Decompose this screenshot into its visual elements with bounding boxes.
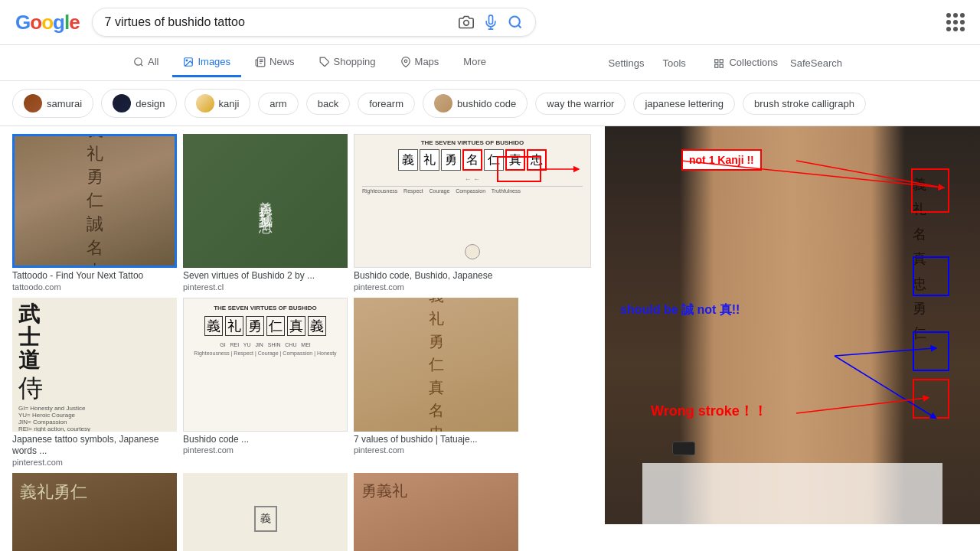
grid-cell-3-url: pinterest.com — [354, 282, 591, 292]
tools-link[interactable]: Tools — [653, 51, 694, 75]
chip-way-warrior[interactable]: way the warrior — [535, 93, 626, 115]
nav-right-controls: Settings Tools — [599, 51, 695, 75]
grid-cell-1-url: tattoodo.com — [12, 282, 177, 292]
search-input[interactable] — [105, 15, 451, 29]
annotation-wrong-stroke: Wrong stroke！！ — [651, 402, 767, 420]
chip-bushido-thumb — [434, 94, 452, 112]
header: Google — [0, 0, 980, 45]
chip-japanese-lettering-label: japanese lettering — [645, 98, 724, 109]
tab-all[interactable]: All — [122, 48, 169, 77]
svg-rect-7 — [715, 60, 718, 63]
grid-cell-6-url: pinterest.com — [354, 445, 518, 455]
svg-rect-10 — [720, 64, 723, 67]
collections-icon — [714, 58, 724, 69]
kanji-jin: 仁 — [484, 149, 504, 171]
kanji-yu: 勇 — [441, 149, 461, 171]
shopping-nav-icon — [319, 57, 330, 67]
grid-thumb-6: 義礼勇仁真名忠 — [354, 298, 518, 432]
search-bar — [92, 8, 536, 37]
grid-cell-4[interactable]: 武 士 道 侍 GI= Honesty and Justice YU= Hero… — [12, 298, 177, 467]
featured-image[interactable]: 義礼名真忠勇仁 not 1 Kanji !! should be 誠 not 真… — [605, 126, 980, 524]
chip-japanese-lettering[interactable]: japanese lettering — [633, 93, 735, 115]
thumb-4-kanji-1: 武 — [18, 304, 40, 325]
chip-kanji[interactable]: kanji — [185, 89, 251, 118]
svg-point-6 — [404, 60, 407, 63]
chip-brush-stroke[interactable]: brush stroke calligraph — [743, 93, 866, 115]
grid-cell-1[interactable]: 義礼勇仁誠名忠 Tattoodo - Find Your Next Tattoo… — [12, 134, 177, 292]
grid-row-3: 義礼勇仁 義 勇義礼 — [12, 473, 593, 551]
pants-area — [642, 463, 942, 524]
thumb-6-kanji: 義礼勇仁真名忠 — [429, 298, 444, 432]
tab-news[interactable]: News — [244, 48, 305, 77]
grid-cell-5[interactable]: THE SEVEN VIRTUES OF BUSHIDO 義 礼 勇 仁 真 義… — [183, 298, 348, 467]
search-icon-area — [459, 15, 523, 30]
search-submit-icon[interactable] — [508, 15, 523, 30]
grid-row-1: 義礼勇仁誠名忠 Tattoodo - Find Your Next Tattoo… — [12, 134, 593, 292]
nav-tabs: All Images News Shopping Maps More Setti… — [0, 45, 980, 81]
grid-cell-7[interactable]: 義礼勇仁 — [12, 473, 177, 551]
tab-images[interactable]: Images — [172, 48, 241, 77]
thumb-5-title: THE SEVEN VIRTUES OF BUSHIDO — [214, 305, 317, 311]
chip-design[interactable]: design — [101, 89, 176, 118]
image-grid: 義礼勇仁誠名忠 Tattoodo - Find Your Next Tattoo… — [0, 126, 605, 551]
chip-arm-label: arm — [270, 98, 286, 109]
grid-thumb-9: 勇義礼 — [354, 473, 518, 551]
kanji-na-highlighted: 名 — [462, 149, 482, 171]
blue-box-na — [913, 256, 949, 296]
thumb-4-kanji-2: 士 — [18, 327, 40, 348]
grid-cell-1-title: Tattoodo - Find Your Next Tattoo — [12, 270, 177, 282]
tab-images-label: Images — [198, 56, 230, 67]
mic-icon[interactable] — [483, 15, 498, 30]
chip-samurai[interactable]: samurai — [12, 89, 93, 118]
grid-cell-9[interactable]: 勇義礼 — [354, 473, 518, 551]
apps-grid-icon[interactable] — [946, 13, 965, 31]
blue-box-shin — [913, 331, 949, 371]
red-box-top-right — [911, 168, 949, 213]
settings-link[interactable]: Settings — [599, 51, 654, 75]
kanji-chu-highlighted: 忠 — [527, 149, 547, 171]
kanji-rei: 礼 — [420, 149, 439, 171]
search-nav-icon — [133, 57, 144, 67]
tab-more[interactable]: More — [452, 48, 497, 77]
chip-arm[interactable]: arm — [258, 93, 298, 115]
chip-back[interactable]: back — [306, 93, 350, 115]
grid-cell-5-url: pinterest.com — [183, 445, 348, 455]
thumb-4-kanji-3: 道 — [18, 350, 40, 371]
grid-cell-8[interactable]: 義 — [183, 473, 348, 551]
header-right — [946, 13, 965, 31]
chip-bushido-label: bushido code — [457, 98, 516, 109]
grid-thumb-2-text: 義勇仁礼誠名忠 — [254, 191, 276, 212]
tab-maps[interactable]: Maps — [390, 48, 450, 77]
tab-more-label: More — [463, 56, 486, 67]
camera-icon[interactable] — [459, 15, 474, 30]
kanji-gi: 義 — [398, 149, 418, 171]
safesearch-label: SafeSearch — [790, 57, 842, 69]
chip-forearm[interactable]: forearm — [358, 93, 415, 115]
grid-thumb-3-subtitle: ← ← — [354, 175, 590, 183]
grid-cell-2[interactable]: 義勇仁礼誠名忠 Seven virtues of Bushido 2 by ..… — [183, 134, 348, 292]
grid-cell-3[interactable]: THE SEVEN VIRTUES OF BUSHIDO 義 礼 勇 名 仁 真… — [354, 134, 591, 292]
svg-rect-9 — [715, 64, 718, 67]
chip-kanji-label: kanji — [219, 98, 240, 109]
collections-link[interactable]: Collections — [714, 57, 778, 69]
grid-row-2: 武 士 道 侍 GI= Honesty and Justice YU= Hero… — [12, 298, 593, 467]
grid-cell-2-title: Seven virtues of Bushido 2 by ... — [183, 270, 348, 282]
tab-news-label: News — [270, 56, 295, 67]
chip-design-label: design — [136, 98, 165, 109]
grid-cell-6[interactable]: 義礼勇仁真名忠 7 values of bushido | Tatuaje...… — [354, 298, 518, 467]
grid-thumb-2: 義勇仁礼誠名忠 — [183, 134, 348, 268]
chip-bushido-code[interactable]: bushido code — [423, 89, 528, 118]
google-logo: Google — [15, 11, 80, 34]
tab-all-label: All — [148, 56, 158, 67]
grid-cell-4-title: Japanese tattoo symbols, Japanese words … — [12, 434, 177, 458]
svg-point-4 — [187, 60, 188, 61]
svg-point-2 — [135, 57, 142, 64]
grid-thumb-3: THE SEVEN VIRTUES OF BUSHIDO 義 礼 勇 名 仁 真… — [354, 134, 591, 268]
images-nav-icon — [183, 57, 194, 67]
chip-samurai-label: samurai — [47, 98, 82, 109]
grid-thumb-4: 武 士 道 侍 GI= Honesty and Justice YU= Hero… — [12, 298, 177, 432]
grid-thumb-1: 義礼勇仁誠名忠 — [12, 134, 177, 268]
thumb-5-kanji-row: 義 礼 勇 仁 真 義 — [204, 316, 326, 336]
chip-forearm-label: forearm — [369, 98, 403, 109]
tab-shopping[interactable]: Shopping — [309, 48, 387, 77]
